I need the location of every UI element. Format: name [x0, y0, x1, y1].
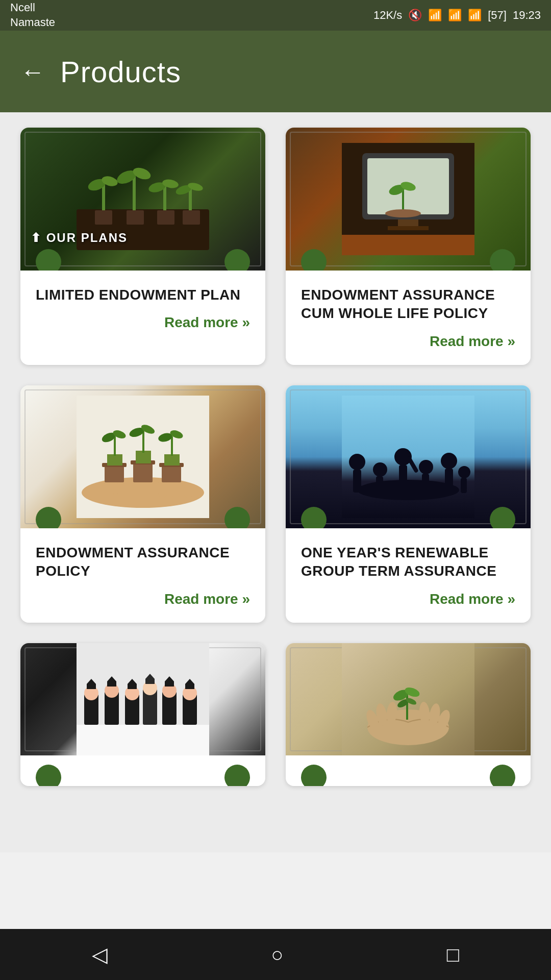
image-overlay-text: ⬆ OUR PLANS [31, 231, 128, 245]
corner-accent-right-5 [224, 765, 250, 786]
product-card-renewable-group[interactable]: ONE YEAR'S RENEWABLE GROUP TERM ASSURANC… [286, 385, 531, 623]
svg-rect-75 [107, 681, 116, 687]
status-bar: Ncell Namaste 12K/s 🔇 📶 📶 📶 [57] 19:23 [0, 0, 551, 31]
navigation-bar: ◁ ○ □ [0, 929, 551, 980]
carrier-name: Ncell [10, 1, 55, 15]
svg-rect-4 [133, 176, 136, 212]
time-display: 19:23 [513, 9, 541, 22]
svg-rect-31 [117, 480, 127, 498]
product-card-graduates[interactable] [20, 643, 265, 786]
product-image-hands-plant [286, 643, 531, 786]
product-info-renewable-group: ONE YEAR'S RENEWABLE GROUP TERM ASSURANC… [286, 528, 531, 623]
svg-point-54 [357, 480, 459, 500]
product-card-endowment-whole-life[interactable]: ENDOWMENT ASSURANCE CUM WHOLE LIFE POLIC… [286, 128, 531, 365]
read-more-limited-endowment[interactable]: Read more [36, 314, 250, 336]
svg-point-55 [349, 454, 365, 470]
product-card-limited-endowment[interactable]: ⬆ OUR PLANS LIMITED ENDOWMENT PLAN Read … [20, 128, 265, 365]
svg-rect-14 [127, 210, 144, 225]
svg-point-23 [385, 209, 421, 217]
svg-rect-26 [342, 235, 474, 255]
back-button[interactable]: ← [20, 58, 45, 86]
corner-accent-left-2 [301, 249, 327, 271]
page-title: Products [60, 55, 181, 89]
svg-rect-30 [105, 481, 114, 498]
product-image-graduates [20, 643, 265, 786]
svg-rect-63 [422, 474, 429, 494]
product-image-endowment-whole-life [286, 128, 531, 271]
corner-accent-right-6 [490, 765, 515, 786]
svg-rect-35 [105, 464, 124, 482]
svg-rect-24 [398, 219, 418, 227]
product-name-renewable-group: ONE YEAR'S RENEWABLE GROUP TERM ASSURANC… [301, 544, 515, 581]
svg-rect-47 [162, 464, 181, 482]
svg-rect-34 [184, 485, 193, 498]
svg-rect-38 [114, 436, 116, 456]
signal-icon-2: 📶 [468, 9, 482, 22]
nav-home-button[interactable]: ○ [271, 943, 283, 966]
svg-rect-87 [165, 681, 174, 687]
read-more-endowment-assurance[interactable]: Read more [36, 591, 250, 612]
product-card-endowment-assurance[interactable]: ENDOWMENT ASSURANCE POLICY Read more [20, 385, 265, 623]
svg-rect-91 [185, 684, 194, 689]
svg-rect-83 [145, 679, 155, 684]
svg-rect-67 [461, 478, 467, 493]
silhouettes-svg [342, 396, 474, 518]
corner-accent-left-6 [301, 765, 327, 786]
corner-accent-right [224, 249, 250, 271]
svg-point-64 [441, 453, 457, 469]
product-image-endowment-assurance [20, 385, 265, 528]
svg-rect-79 [128, 684, 137, 689]
svg-rect-65 [445, 469, 453, 493]
corner-accent-left [36, 249, 61, 271]
svg-rect-29 [92, 485, 101, 498]
svg-rect-10 [189, 189, 192, 212]
svg-rect-20 [402, 189, 404, 212]
svg-rect-41 [133, 462, 153, 482]
svg-rect-56 [353, 470, 361, 493]
carrier-greeting: Namaste [10, 15, 55, 30]
product-info-endowment-assurance: ENDOWMENT ASSURANCE POLICY Read more [20, 528, 265, 623]
svg-rect-93 [77, 725, 209, 755]
read-more-renewable-group[interactable]: Read more [301, 591, 515, 612]
svg-rect-49 [164, 454, 180, 465]
nav-recent-button[interactable]: □ [447, 943, 459, 966]
svg-point-57 [373, 462, 387, 477]
product-name-endowment-whole-life: ENDOWMENT ASSURANCE CUM WHOLE LIFE POLIC… [301, 286, 515, 323]
mute-icon: 🔇 [408, 9, 422, 22]
svg-rect-50 [171, 436, 173, 456]
svg-rect-58 [376, 476, 383, 494]
products-content: ⬆ OUR PLANS LIMITED ENDOWMENT PLAN Read … [0, 112, 551, 852]
svg-rect-37 [107, 454, 122, 465]
svg-rect-60 [399, 465, 407, 491]
svg-rect-102 [406, 694, 408, 720]
product-card-hands-plant[interactable] [286, 643, 531, 786]
signal-icon-1: 📶 [448, 9, 462, 22]
product-info-endowment-whole-life: ENDOWMENT ASSURANCE CUM WHOLE LIFE POLIC… [286, 271, 531, 365]
monitor-seedling-svg [342, 143, 474, 255]
read-more-endowment-whole-life[interactable]: Read more [301, 333, 515, 355]
svg-rect-16 [183, 210, 200, 225]
svg-rect-25 [388, 226, 429, 230]
nav-back-button[interactable]: ◁ [92, 943, 108, 966]
svg-point-66 [458, 466, 470, 478]
corner-accent-right-2 [490, 249, 515, 271]
svg-rect-7 [163, 186, 166, 212]
graduates-svg [77, 643, 209, 755]
carrier-info: Ncell Namaste [10, 1, 55, 30]
status-icons: 12K/s 🔇 📶 📶 📶 [57] 19:23 [373, 9, 541, 22]
svg-rect-33 [171, 481, 180, 498]
svg-rect-13 [95, 210, 112, 225]
product-image-limited-endowment: ⬆ OUR PLANS [20, 128, 265, 271]
product-info-limited-endowment: LIMITED ENDOWMENT PLAN Read more [20, 271, 265, 346]
hands-plant-svg [342, 643, 474, 755]
product-grid: ⬆ OUR PLANS LIMITED ENDOWMENT PLAN Read … [20, 128, 531, 837]
product-name-endowment-assurance: ENDOWMENT ASSURANCE POLICY [36, 544, 250, 581]
svg-rect-1 [102, 184, 105, 212]
svg-point-62 [419, 460, 433, 474]
battery-icon: [57] [488, 9, 507, 22]
svg-rect-44 [142, 431, 144, 453]
product-name-limited-endowment: LIMITED ENDOWMENT PLAN [36, 286, 250, 304]
potted-plants-svg [77, 396, 209, 518]
svg-rect-15 [157, 210, 174, 225]
svg-rect-32 [158, 480, 167, 498]
